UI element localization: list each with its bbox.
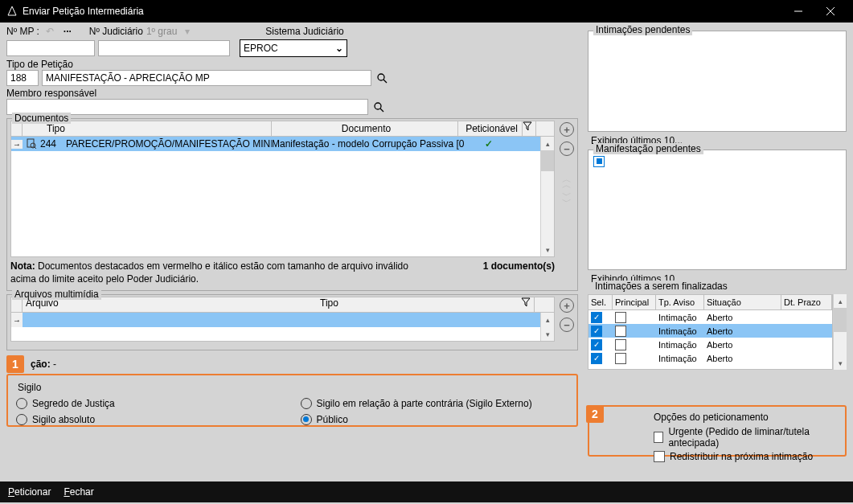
- mp-input[interactable]: [6, 40, 95, 56]
- col-situacao[interactable]: Situação: [704, 295, 781, 309]
- sigilo-group: Sigilo Segredo de Justiça Sigilo em rela…: [6, 374, 578, 427]
- finalizada-row[interactable]: ✓IntimaçãoAberto: [588, 351, 832, 365]
- document-search-icon: [26, 138, 37, 150]
- intimacoes-pendentes-legend: Intimações pendentes: [593, 24, 692, 35]
- close-button[interactable]: [814, 0, 847, 23]
- peticionar-button[interactable]: Peticionar: [8, 486, 51, 498]
- add-button[interactable]: +: [560, 122, 574, 137]
- col-documento[interactable]: Documento: [272, 121, 458, 136]
- sigilo-legend: Sigilo: [18, 382, 568, 393]
- sistema-label: Sistema Judiciário: [265, 26, 343, 37]
- row-principal-checkbox[interactable]: [615, 339, 626, 350]
- window-title: Enviar Petição Intermediária: [23, 6, 782, 17]
- class-label: ção:: [31, 359, 51, 370]
- svg-line-4: [383, 80, 387, 83]
- opt-urgente[interactable]: Urgente (Pedido de liminar/tutela anteci…: [654, 426, 837, 449]
- membro-label: Membro responsável: [6, 88, 578, 99]
- badge-2: 2: [586, 405, 604, 423]
- multimidia-row[interactable]: →: [11, 313, 540, 327]
- row-check-icon[interactable]: ✓: [591, 326, 602, 337]
- minimize-button[interactable]: [782, 0, 814, 23]
- documentos-header: Tipo Documento Peticionável: [10, 121, 555, 137]
- col-peticionavel[interactable]: Peticionável: [458, 121, 523, 136]
- chevron-down-icon: ⌄: [335, 43, 343, 54]
- manifestacao-checkbox[interactable]: [593, 156, 605, 167]
- row-principal-checkbox[interactable]: [615, 353, 626, 364]
- app-icon: [6, 6, 18, 17]
- doc-tipo: PARECER/PROMOÇÃO/MANIFESTAÇÃO MINIST: [66, 138, 272, 150]
- nota-text: Documentos destacados em vermelho e itál…: [10, 260, 408, 285]
- row-principal-checkbox[interactable]: [615, 326, 626, 337]
- search-icon[interactable]: [375, 71, 389, 85]
- membro-search-icon[interactable]: [371, 100, 386, 114]
- row-check-icon[interactable]: ✓: [591, 339, 602, 350]
- tipo-code-input[interactable]: [6, 70, 39, 86]
- multimidia-legend: Arquivos multimídia: [12, 289, 101, 300]
- grau-label: 1º grau: [146, 26, 177, 37]
- multimidia-scrollbar[interactable]: ▴ ▾: [540, 313, 554, 341]
- nota-label: Nota:: [10, 260, 35, 272]
- multimidia-fieldset: Arquivos multimídia Arquivo Tipo: [6, 294, 578, 350]
- doc-nome: Manifestação - modelo Corrupção Passiva …: [272, 138, 465, 150]
- tipo-desc-input[interactable]: [42, 70, 371, 86]
- sistema-select[interactable]: EPROC ⌄: [240, 39, 347, 57]
- manifestacao-pendentes-panel: Manifestação pendentes: [588, 150, 847, 270]
- move-up-icon[interactable]: ︿︿: [562, 177, 572, 188]
- doc-code: 244: [40, 138, 66, 150]
- opcoes-legend: Opções do peticionamento: [654, 412, 837, 423]
- badge-1: 1: [6, 355, 24, 373]
- opt-redistribuir[interactable]: Redistribuir na próxima intimação: [654, 451, 837, 462]
- class-value: -: [53, 359, 56, 370]
- radio-publico[interactable]: Público: [301, 414, 569, 425]
- documentos-scrollbar[interactable]: ▴ ▾: [540, 137, 554, 256]
- undo-icon[interactable]: ↶: [43, 24, 57, 39]
- finalizada-row[interactable]: ✓IntimaçãoAberto: [588, 324, 832, 338]
- documentos-legend: Documentos: [12, 113, 71, 124]
- finalizadas-panel: Intimações a serem finalizadas Sel. Prin…: [588, 288, 847, 375]
- row-principal-checkbox[interactable]: [615, 312, 626, 323]
- col-dt-prazo[interactable]: Dt. Prazo: [781, 295, 832, 309]
- footer: Peticionar Fechar: [0, 481, 853, 502]
- finalizadas-scrollbar[interactable]: ▴ ▾: [833, 294, 847, 370]
- svg-point-3: [378, 74, 384, 80]
- intimacoes-pendentes-panel: Intimações pendentes: [588, 31, 847, 132]
- documentos-count: 1 documento(s): [483, 260, 555, 285]
- svg-point-5: [375, 103, 381, 109]
- jud-label: Nº Judiciário: [89, 26, 143, 37]
- radio-externo[interactable]: Sigilo em relação à parte contrária (Sig…: [301, 398, 569, 409]
- svg-line-9: [35, 147, 36, 149]
- titlebar: Enviar Petição Intermediária: [0, 0, 853, 23]
- tipo-peticao-label: Tipo de Petição: [6, 59, 578, 70]
- row-check-icon[interactable]: ✓: [591, 353, 602, 364]
- grau-dropdown-icon[interactable]: ▾: [180, 24, 195, 39]
- mp-label: Nº MP :: [6, 26, 39, 37]
- multimidia-remove-button[interactable]: −: [560, 318, 574, 332]
- fechar-button[interactable]: Fechar: [64, 486, 93, 498]
- finalizadas-legend: Intimações a serem finalizadas: [593, 281, 730, 292]
- row-indicator-icon: →: [11, 140, 23, 149]
- opcoes-group: Opções do peticionamento Urgente (Pedido…: [588, 405, 847, 457]
- manifestacao-legend: Manifestação pendentes: [593, 143, 703, 154]
- filter-icon[interactable]: [523, 121, 535, 136]
- check-icon: ✓: [465, 138, 513, 150]
- row-indicator-icon: →: [11, 313, 23, 327]
- jud-input[interactable]: [98, 40, 230, 56]
- finalizada-row[interactable]: ✓IntimaçãoAberto: [588, 310, 832, 324]
- move-down-icon[interactable]: ﹀﹀: [562, 193, 572, 204]
- documento-row[interactable]: → 244 PARECER/PROMOÇÃO/MANIFESTAÇÃO MINI…: [11, 137, 540, 151]
- radio-absoluto[interactable]: Sigilo absoluto: [16, 414, 285, 425]
- col-mtipo[interactable]: Tipo: [320, 297, 521, 312]
- svg-line-6: [380, 109, 383, 112]
- multimidia-filter-icon[interactable]: [521, 297, 534, 312]
- col-tp-aviso[interactable]: Tp. Aviso: [656, 295, 704, 309]
- remove-button[interactable]: −: [560, 141, 574, 156]
- multimidia-add-button[interactable]: +: [560, 298, 574, 313]
- documentos-fieldset: Documentos Tipo Documento Peticionável: [6, 118, 578, 291]
- row-check-icon[interactable]: ✓: [591, 312, 602, 323]
- more-icon[interactable]: ···: [60, 24, 75, 39]
- radio-segredo[interactable]: Segredo de Justiça: [16, 398, 285, 409]
- col-principal[interactable]: Principal: [613, 295, 656, 309]
- finalizada-row[interactable]: ✓IntimaçãoAberto: [588, 338, 832, 351]
- sistema-value: EPROC: [244, 43, 278, 54]
- col-sel[interactable]: Sel.: [588, 295, 613, 309]
